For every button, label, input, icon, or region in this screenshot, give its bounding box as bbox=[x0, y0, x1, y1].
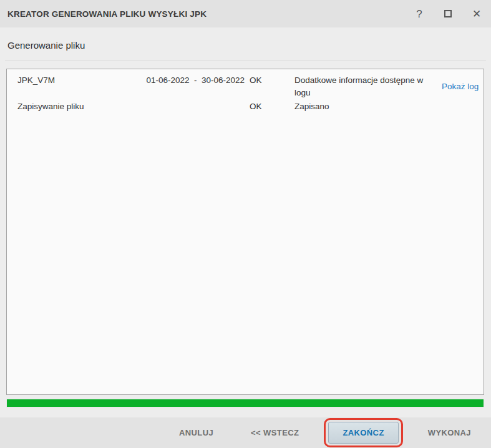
zakoncz-button[interactable]: ZAKOŃCZ bbox=[328, 422, 398, 444]
step-status: OK bbox=[245, 74, 294, 99]
close-icon[interactable]: ✕ bbox=[471, 8, 482, 19]
table-row: JPK_V7M 01-06-2022 - 30-06-2022 OK Dodat… bbox=[7, 74, 484, 99]
pokaz-log-link[interactable]: Pokaż log bbox=[442, 80, 479, 93]
dialog-window: KREATOR GENEROWANIA PLIKU WYSYŁKI JPK ? … bbox=[0, 0, 491, 448]
maximize-icon[interactable] bbox=[442, 8, 454, 19]
step-name: Zapisywanie pliku bbox=[17, 100, 129, 113]
step-message: Zapisano bbox=[294, 100, 442, 113]
step-link-empty bbox=[442, 100, 477, 113]
window-title: KREATOR GENEROWANIA PLIKU WYSYŁKI JPK bbox=[7, 9, 207, 19]
page-title: Generowanie pliku bbox=[7, 40, 85, 51]
progress-bar bbox=[6, 399, 484, 407]
highlight-ring: ZAKOŃCZ bbox=[324, 418, 402, 447]
wstecz-button[interactable]: << WSTECZ bbox=[247, 427, 303, 438]
maximize-square bbox=[444, 10, 452, 17]
help-icon[interactable]: ? bbox=[414, 8, 425, 19]
step-period bbox=[129, 100, 245, 113]
step-name: JPK_V7M bbox=[17, 74, 129, 99]
step-period: 01-06-2022 - 30-06-2022 bbox=[129, 74, 245, 99]
progress-fill bbox=[7, 399, 484, 407]
heading-divider bbox=[5, 61, 486, 61]
step-message: Dodatkowe informacje dostępne w logu bbox=[294, 74, 442, 99]
wykonaj-button[interactable]: WYKONAJ bbox=[424, 427, 475, 438]
status-panel: JPK_V7M 01-06-2022 - 30-06-2022 OK Dodat… bbox=[6, 69, 484, 395]
window-controls: ? ✕ bbox=[414, 8, 482, 19]
table-row: Zapisywanie pliku OK Zapisano bbox=[7, 100, 484, 113]
step-status: OK bbox=[245, 100, 294, 113]
footer: ANULUJ << WSTECZ ZAKOŃCZ WYKONAJ bbox=[0, 417, 491, 448]
titlebar: KREATOR GENEROWANIA PLIKU WYSYŁKI JPK ? … bbox=[0, 0, 491, 27]
anuluj-button[interactable]: ANULUJ bbox=[175, 427, 217, 438]
